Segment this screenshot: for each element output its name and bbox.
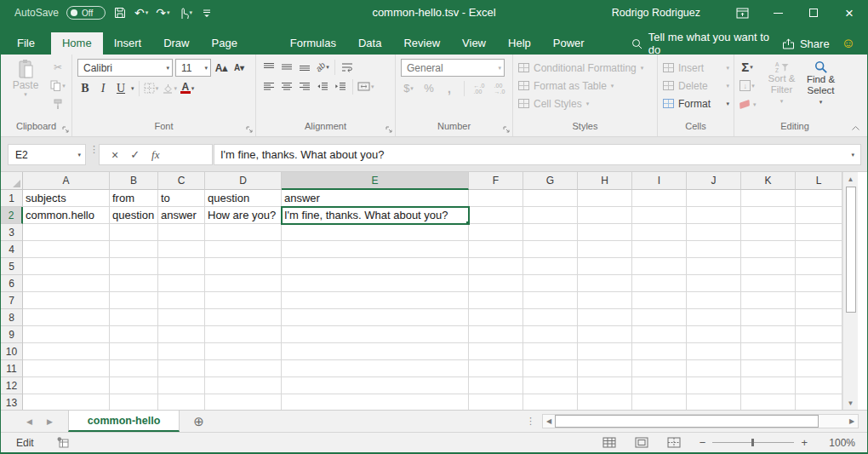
format-as-table-button[interactable]: Format as Table ▾ [518, 77, 653, 95]
cell-C3[interactable] [158, 224, 205, 241]
cell-L11[interactable] [796, 360, 842, 377]
cell-E5[interactable] [282, 258, 469, 275]
cell-A6[interactable] [23, 275, 110, 292]
prev-sheet-icon[interactable]: ◀ [26, 417, 32, 426]
cell-B4[interactable] [110, 241, 158, 258]
cell-L8[interactable] [796, 309, 842, 326]
clear-button[interactable]: ▾ [740, 96, 757, 112]
cell-B9[interactable] [110, 326, 158, 343]
cell-J10[interactable] [687, 343, 741, 360]
cell-J13[interactable] [687, 394, 741, 410]
tab-review[interactable]: Review [392, 32, 451, 55]
column-header-I[interactable]: I [632, 172, 687, 190]
cell-I4[interactable] [632, 241, 687, 258]
cell-L6[interactable] [796, 275, 842, 292]
cell-K8[interactable] [741, 309, 796, 326]
italic-button[interactable]: I [95, 80, 111, 96]
paste-button[interactable]: Paste ▾ [6, 59, 45, 121]
cell-L3[interactable] [796, 224, 842, 241]
cell-I8[interactable] [632, 309, 687, 326]
scroll-left-icon[interactable]: ◀ [543, 417, 555, 425]
new-sheet-icon[interactable]: ⊕ [180, 411, 218, 432]
next-sheet-icon[interactable]: ▶ [47, 417, 53, 426]
bold-button[interactable]: B [77, 80, 93, 96]
column-header-C[interactable]: C [158, 172, 205, 190]
cell-C13[interactable] [158, 394, 205, 410]
cell-B10[interactable] [110, 343, 158, 360]
cell-K13[interactable] [741, 394, 796, 410]
cell-E2[interactable]: I'm fine, thanks. What about you? [282, 207, 469, 224]
cell-I6[interactable] [632, 275, 687, 292]
row-header-6[interactable]: 6 [1, 275, 23, 292]
cell-A4[interactable] [23, 241, 110, 258]
column-header-J[interactable]: J [687, 172, 741, 190]
cell-J12[interactable] [687, 377, 741, 394]
cell-E13[interactable] [282, 394, 469, 410]
cell-H7[interactable] [578, 292, 632, 309]
row-header-11[interactable]: 11 [1, 360, 23, 377]
scroll-down-icon[interactable]: ▼ [848, 396, 854, 410]
cell-C8[interactable] [158, 309, 205, 326]
autosum-button[interactable]: Σ▾ [740, 59, 755, 75]
cell-D8[interactable] [205, 309, 282, 326]
cell-A3[interactable] [23, 224, 110, 241]
cell-G13[interactable] [523, 394, 578, 410]
cell-D11[interactable] [205, 360, 282, 377]
cell-B8[interactable] [110, 309, 158, 326]
row-header-3[interactable]: 3 [1, 224, 23, 241]
cell-C4[interactable] [158, 241, 205, 258]
fill-color-icon[interactable]: ▾ [162, 80, 178, 96]
cell-K6[interactable] [741, 275, 796, 292]
cell-K4[interactable] [741, 241, 796, 258]
page-layout-view-icon[interactable] [635, 437, 648, 448]
cell-J7[interactable] [687, 292, 741, 309]
cell-C12[interactable] [158, 377, 205, 394]
format-cells-button[interactable]: Format ▾ [663, 95, 729, 112]
wrap-text-icon[interactable] [340, 59, 355, 75]
cell-E1[interactable]: answer [282, 190, 469, 207]
cell-H1[interactable] [578, 190, 632, 207]
cell-A5[interactable] [23, 258, 110, 275]
cell-I2[interactable] [632, 207, 687, 224]
find-select-button[interactable]: Find & Select ▾ [802, 59, 841, 121]
quick-access-overflow-icon[interactable] [200, 3, 214, 22]
cell-L5[interactable] [796, 258, 842, 275]
column-header-E[interactable]: E [282, 172, 469, 190]
cell-L4[interactable] [796, 241, 842, 258]
zoom-slider-thumb[interactable] [751, 439, 754, 446]
cell-F9[interactable] [469, 326, 523, 343]
cell-H3[interactable] [578, 224, 632, 241]
cell-L12[interactable] [796, 377, 842, 394]
zoom-out-icon[interactable]: − [700, 436, 706, 449]
column-header-H[interactable]: H [578, 172, 632, 190]
zoom-slider[interactable] [712, 442, 794, 443]
cell-J11[interactable] [687, 360, 741, 377]
cell-A13[interactable] [23, 394, 110, 410]
cell-C11[interactable] [158, 360, 205, 377]
cell-A12[interactable] [23, 377, 110, 394]
row-header-12[interactable]: 12 [1, 377, 23, 394]
vertical-scroll-thumb[interactable] [846, 187, 856, 313]
cell-G11[interactable] [523, 360, 578, 377]
cell-E9[interactable] [282, 326, 469, 343]
cell-B5[interactable] [110, 258, 158, 275]
zoom-level[interactable]: 100% [816, 437, 855, 449]
redo-button[interactable]: ↷▾ [156, 3, 169, 22]
tab-power-pivot[interactable]: Power Pivot [542, 32, 618, 55]
decrease-font-icon[interactable]: A▾ [231, 60, 247, 76]
cell-B11[interactable] [110, 360, 158, 377]
cell-J3[interactable] [687, 224, 741, 241]
scroll-right-icon[interactable]: ▶ [846, 417, 858, 425]
cell-K2[interactable] [741, 207, 796, 224]
cell-J2[interactable] [687, 207, 741, 224]
comma-style-icon[interactable]: , [442, 80, 457, 96]
currency-icon[interactable]: $▾ [401, 80, 416, 96]
clipboard-dialog-launcher-icon[interactable] [62, 126, 69, 133]
tab-insert[interactable]: Insert [103, 32, 153, 55]
undo-button[interactable]: ↶▾ [134, 3, 148, 22]
cell-A9[interactable] [23, 326, 110, 343]
feedback-smiley-icon[interactable]: ☺ [842, 32, 855, 55]
cell-F10[interactable] [469, 343, 523, 360]
cell-J4[interactable] [687, 241, 741, 258]
cell-B6[interactable] [110, 275, 158, 292]
